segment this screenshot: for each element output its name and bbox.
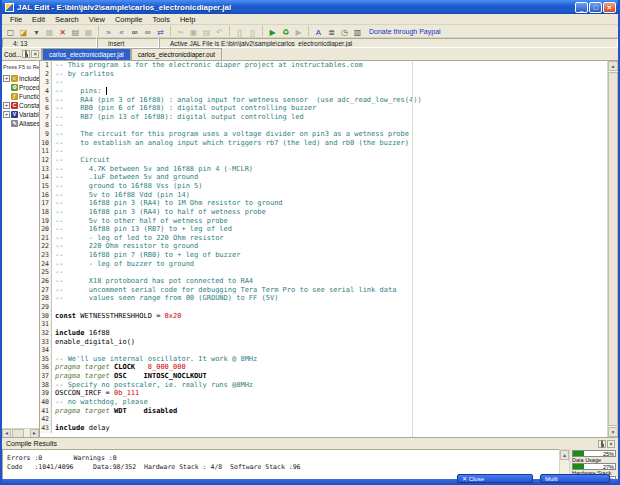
outdent-icon[interactable]: « [116, 26, 128, 37]
code-editor[interactable]: 1-- This program is for the electronic d… [40, 61, 607, 437]
code-line[interactable]: 34 [40, 346, 607, 355]
program-chip-icon: ▶ [293, 26, 305, 37]
compile-pin-icon[interactable] [598, 440, 606, 448]
donate-link[interactable]: Donate through Paypal [369, 28, 441, 35]
find-next-icon[interactable]: ∞ [142, 26, 154, 37]
menu-file[interactable]: File [5, 15, 27, 24]
code-line[interactable]: 39OSCCON_IRCF = 0b_111 [40, 389, 607, 398]
menu-view[interactable]: View [84, 15, 110, 24]
explorer-horizontal-scrollbar[interactable]: ◄ ► [2, 428, 39, 437]
print-icon[interactable]: ▤ [70, 26, 82, 37]
code-list-icon[interactable]: ≣ [326, 26, 338, 37]
tree-item-includes[interactable]: +≡Includes [2, 74, 39, 83]
menu-edit[interactable]: Edit [27, 15, 50, 24]
scroll-left-icon[interactable]: ◄ [2, 429, 11, 437]
compile-scroll-up-icon[interactable]: ▲ [560, 450, 569, 460]
tree-item-functior[interactable]: ƒFunctior [2, 92, 39, 101]
code-line[interactable]: 16-- 5v to 16f88 Vdd (pin 14) [40, 191, 607, 200]
code-line[interactable]: 27-- uncomment serial code for debugging… [40, 286, 607, 295]
code-line[interactable]: 20-- 16f88 pin 13 (RB7) to + leg of led [40, 225, 607, 234]
stats-chart-icon[interactable]: ▥ [352, 26, 364, 37]
code-line[interactable]: 36pragma target CLOCK 8_000_000 [40, 363, 607, 372]
code-line[interactable]: 2-- by carlitos [40, 70, 607, 79]
tree-item-constan[interactable]: +CConstan [2, 101, 39, 110]
code-line[interactable]: 26-- X18 protoboard has pot connected to… [40, 277, 607, 286]
code-line[interactable]: 21-- - leg of led to 220 Ohm resistor [40, 234, 607, 243]
code-line[interactable]: 30const WETNESSTHRESHHOLD = 0x20 [40, 312, 607, 321]
scroll-up-icon[interactable]: ▲ [608, 61, 618, 71]
close-peek-button[interactable]: ✕ Close [457, 474, 533, 483]
menu-search[interactable]: Search [50, 15, 84, 24]
open-file-icon[interactable]: ◪ [18, 26, 30, 37]
find-icon[interactable]: ∞ [129, 26, 141, 37]
code-line[interactable]: 33enable_digital_io() [40, 338, 607, 347]
line-text: -- 16f88 pin 3 (RA4) to half of wetness … [52, 208, 266, 217]
history-icon[interactable]: ◷ [339, 26, 351, 37]
code-line[interactable]: 6-- RB0 (pin 6 of 16f88) : digital outpu… [40, 104, 607, 113]
code-line[interactable]: 41pragma target WDT disabled [40, 407, 607, 416]
expand-icon[interactable]: + [3, 102, 10, 109]
scroll-thumb[interactable] [12, 429, 24, 437]
menu-tools[interactable]: Tools [147, 15, 175, 24]
code-line[interactable]: 15-- ground to 16f88 Vss (pin 5) [40, 182, 607, 191]
code-line[interactable]: 40-- no watchdog, please [40, 398, 607, 407]
code-line[interactable]: 5-- RA4 (pin 3 of 16f88) : analog input … [40, 96, 607, 105]
scroll-down-icon[interactable]: ▼ [608, 427, 618, 437]
code-line[interactable]: 12-- Circuit [40, 156, 607, 165]
compile-icon[interactable]: ▶ [267, 26, 279, 37]
code-line[interactable]: 31 [40, 320, 607, 329]
tree-item-aliases[interactable]: ✎Aliases [2, 119, 39, 128]
tab-jal-file[interactable]: carlos_electronicdiaper.jal [42, 48, 131, 60]
close-file-icon[interactable]: ✕ [57, 26, 69, 37]
pin-icon[interactable] [22, 50, 30, 58]
scroll-right-icon[interactable]: ► [30, 429, 39, 437]
code-line[interactable]: 14-- .1uF between 5v and ground [40, 173, 607, 182]
code-line[interactable]: 28-- values seen range from 00 (GROUND) … [40, 294, 607, 303]
code-line[interactable]: 32include 16f88 [40, 329, 607, 338]
code-line[interactable]: 23-- 16f88 pin 7 (RB0) to + leg of buzze… [40, 251, 607, 260]
code-line[interactable]: 8-- [40, 121, 607, 130]
editor-scroll-thumb[interactable] [608, 72, 618, 426]
compile-close-icon[interactable]: ✕ [607, 440, 615, 448]
expand-icon[interactable]: + [3, 111, 10, 118]
code-line[interactable]: 37pragma target OSC INTOSC_NOCLKOUT [40, 372, 607, 381]
tree-item-variable[interactable]: +VVariable [2, 110, 39, 119]
code-line[interactable]: 1-- This program is for the electronic d… [40, 61, 607, 70]
new-file-icon[interactable]: ▢ [5, 26, 17, 37]
close-button[interactable]: ✕ [603, 2, 616, 13]
editor-vertical-scrollbar[interactable]: ▲ ▼ [607, 61, 618, 437]
code-line[interactable]: 35-- We'll use internal oscillator. It w… [40, 355, 607, 364]
code-line[interactable]: 17-- 16f88 pin 3 (RA4) to 1M Ohm resisto… [40, 199, 607, 208]
font-icon[interactable]: A [313, 26, 325, 37]
minimize-button[interactable]: _ [575, 2, 588, 13]
code-line[interactable]: 22-- 220 Ohm resistor to ground [40, 242, 607, 251]
menu-compile[interactable]: Compile [110, 15, 148, 24]
replace-icon[interactable]: ⇄ [155, 26, 167, 37]
code-line[interactable]: 24-- - leg of buzzer to ground [40, 260, 607, 269]
tab-out-file[interactable]: carlos_electronicdiaper.out [131, 48, 222, 60]
compile-run-icon[interactable]: ♻ [280, 26, 292, 37]
code-line[interactable]: 38-- Specify no postscaler, ie. really r… [40, 381, 607, 390]
menu-help[interactable]: Help [175, 15, 200, 24]
code-line[interactable]: 3-- [40, 78, 607, 87]
expand-icon[interactable]: + [3, 75, 10, 82]
code-line[interactable]: 29 [40, 303, 607, 312]
maximize-button[interactable]: □ [589, 2, 602, 13]
tree-item-procedu[interactable]: ⚙Procedu [2, 83, 39, 92]
close-explorer-icon[interactable]: ✕ [31, 50, 39, 58]
code-line[interactable]: 13-- 4.7K between 5v and 16f88 pin 4 (-M… [40, 165, 607, 174]
open-dropdown-icon[interactable]: ▾ [31, 26, 43, 37]
code-line[interactable]: 10-- to establish an analog input which … [40, 139, 607, 148]
code-line[interactable]: 9-- The circuit for this program uses a … [40, 130, 607, 139]
code-line[interactable]: 11-- [40, 147, 607, 156]
indent-icon[interactable]: » [103, 26, 115, 37]
code-line[interactable]: 25-- [40, 268, 607, 277]
code-line[interactable]: 19-- 5v to other half of wetness probe [40, 217, 607, 226]
code-line[interactable]: 4-- pins: [40, 87, 607, 96]
code-line[interactable]: 42 [40, 415, 607, 424]
code-line[interactable]: 43include delay [40, 424, 607, 433]
title-bar[interactable]: JAL Edit - E:\bin\jalv2\sample\carlos_el… [2, 0, 618, 14]
code-line[interactable]: 7-- RB7 (pin 13 of 16f88): digital outpu… [40, 113, 607, 122]
multi-peek-button[interactable]: Multi [540, 474, 610, 483]
code-line[interactable]: 18-- 16f88 pin 3 (RA4) to half of wetnes… [40, 208, 607, 217]
